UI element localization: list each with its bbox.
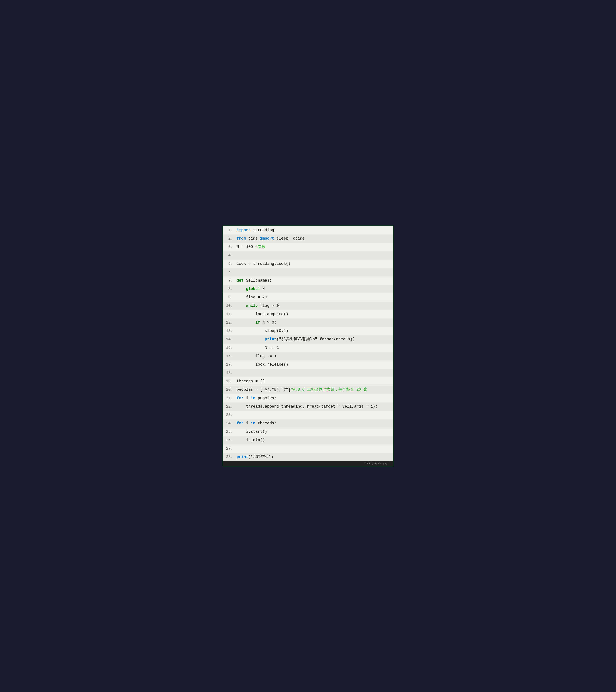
code-container: 1.import threading2.from time import sle… (223, 225, 393, 467)
code-token: print (237, 455, 248, 459)
table-row: 16. flag -= 1 (223, 352, 393, 361)
table-row: 26. i.join() (223, 436, 393, 445)
line-number: 6. (223, 268, 235, 276)
code-token: #A,B,C 三柜台同时卖票，每个柜台 20 张 (290, 387, 367, 392)
table-row: 15. N -= 1 (223, 344, 393, 352)
line-number: 10. (223, 302, 235, 310)
line-number: 2. (223, 234, 235, 243)
code-line: lock.acquire() (235, 310, 393, 319)
table-row: 28.print("程序结束") (223, 453, 393, 461)
table-row: 18. (223, 369, 393, 377)
code-token: from (237, 236, 246, 241)
code-token: i.start() (237, 430, 267, 434)
code-token: i (244, 421, 251, 426)
line-number: 26. (223, 436, 235, 445)
code-token: flag -= 1 (237, 354, 277, 359)
code-line: lock.release() (235, 361, 393, 369)
code-line: for i in threads: (235, 419, 393, 428)
code-token: def (237, 278, 244, 283)
line-number: 21. (223, 394, 235, 403)
code-line: i.join() (235, 436, 393, 445)
code-token: Sell(name): (244, 278, 272, 283)
footer: CSDN @liyuluopnysl (223, 461, 393, 466)
line-number: 19. (223, 377, 235, 386)
code-token: print (265, 337, 277, 342)
code-line: flag -= 1 (235, 352, 393, 361)
code-line: from time import sleep, ctime (235, 234, 393, 243)
table-row: 23. (223, 411, 393, 419)
line-number: 11. (223, 310, 235, 319)
code-line (235, 268, 393, 276)
code-line: if N > 0: (235, 319, 393, 327)
code-token: #票数 (255, 245, 265, 249)
code-line: sleep(0.1) (235, 327, 393, 335)
code-token: lock.release() (237, 362, 288, 367)
line-number: 28. (223, 453, 235, 461)
code-line (235, 445, 393, 453)
code-token: in (251, 396, 255, 401)
line-number: 9. (223, 293, 235, 302)
code-line (235, 369, 393, 377)
table-row: 11. lock.acquire() (223, 310, 393, 319)
line-number: 1. (223, 226, 235, 234)
table-row: 22. threads.append(threading.Thread(targ… (223, 403, 393, 411)
code-token: threading (251, 228, 274, 233)
code-token (237, 287, 246, 291)
code-token: threads.append(threading.Thread(target =… (237, 404, 378, 409)
code-token: threads: (255, 421, 277, 426)
table-row: 14. print("{}卖出第{}张票\n".format(name,N)) (223, 335, 393, 344)
line-number: 15. (223, 344, 235, 352)
code-line: print("程序结束") (235, 453, 393, 461)
table-row: 4. (223, 251, 393, 259)
line-number: 23. (223, 411, 235, 419)
code-token: lock = threading.Lock() (237, 262, 291, 266)
code-line: threads.append(threading.Thread(target =… (235, 403, 393, 411)
line-number: 3. (223, 243, 235, 251)
code-token: import (260, 236, 274, 241)
table-row: 12. if N > 0: (223, 319, 393, 327)
table-row: 1.import threading (223, 226, 393, 234)
footer-text: CSDN @liyuluopnysl (365, 462, 390, 465)
line-number: 16. (223, 352, 235, 361)
code-token: time (246, 236, 260, 241)
code-token: peoples: (255, 396, 277, 401)
code-line (235, 411, 393, 419)
line-number: 14. (223, 335, 235, 344)
code-token: while (246, 304, 258, 308)
code-token: sleep, ctime (274, 236, 305, 241)
code-token: sleep(0.1) (237, 329, 288, 333)
code-line: print("{}卖出第{}张票\n".format(name,N)) (235, 335, 393, 344)
line-number: 22. (223, 403, 235, 411)
code-line: peoples = ["A","B","C"]#A,B,C 三柜台同时卖票，每个… (235, 386, 393, 394)
code-token: for (237, 421, 244, 426)
code-token: flag > 0: (258, 304, 281, 308)
table-row: 2.from time import sleep, ctime (223, 234, 393, 243)
code-token: N -= 1 (237, 346, 279, 350)
table-row: 27. (223, 445, 393, 453)
code-token (237, 337, 265, 342)
code-token: global (246, 287, 260, 291)
table-row: 13. sleep(0.1) (223, 327, 393, 335)
table-row: 19.threads = [] (223, 377, 393, 386)
code-table: 1.import threading2.from time import sle… (223, 226, 393, 461)
code-line: for i in peoples: (235, 394, 393, 403)
code-token: for (237, 396, 244, 401)
code-line: N = 100 #票数 (235, 243, 393, 251)
line-number: 13. (223, 327, 235, 335)
table-row: 7.def Sell(name): (223, 276, 393, 285)
code-token: in (251, 421, 255, 426)
line-number: 27. (223, 445, 235, 453)
line-number: 4. (223, 251, 235, 259)
line-number: 24. (223, 419, 235, 428)
code-token (237, 320, 256, 325)
code-token: N = 100 (237, 245, 256, 249)
line-number: 18. (223, 369, 235, 377)
code-line: global N (235, 285, 393, 293)
code-token: flag = 20 (237, 295, 267, 300)
code-line (235, 251, 393, 259)
code-token: import (237, 228, 251, 233)
line-number: 8. (223, 285, 235, 293)
table-row: 6. (223, 268, 393, 276)
code-line: lock = threading.Lock() (235, 260, 393, 268)
line-number: 12. (223, 319, 235, 327)
